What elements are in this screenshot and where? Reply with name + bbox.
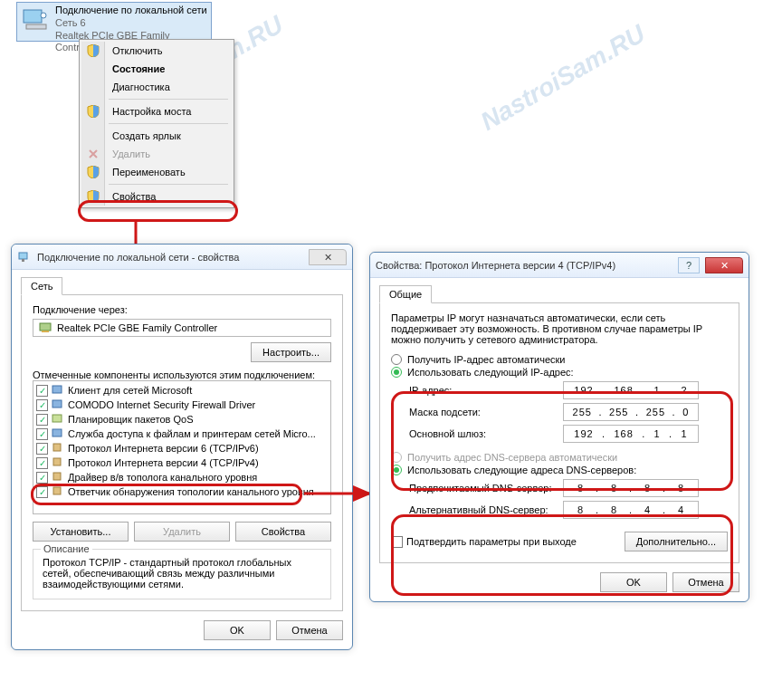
svg-rect-11 xyxy=(53,444,61,451)
components-label: Отмеченные компоненты используются этим … xyxy=(33,369,331,380)
svg-rect-1 xyxy=(26,24,46,29)
radio-dns-auto: Получить адрес DNS-сервера автоматически xyxy=(391,452,728,463)
svg-rect-10 xyxy=(52,429,62,436)
intro-text: Параметры IP могут назначаться автоматич… xyxy=(391,312,728,345)
list-item[interactable]: ✓Ответчик обнаружения топологии канально… xyxy=(34,484,329,499)
menu-disable[interactable]: Отключить xyxy=(81,42,232,60)
confirm-on-exit-checkbox[interactable]: Подтвердить параметры при выходе xyxy=(391,536,577,548)
radio-ip-manual[interactable]: Использовать следующий IP-адрес: xyxy=(391,367,728,378)
dns2-label: Альтернативный DNS-сервер: xyxy=(409,504,563,515)
menu-bridge[interactable]: Настройка моста xyxy=(81,102,232,120)
dns1-input[interactable]: 8.8.8.8 xyxy=(563,479,699,497)
shield-icon xyxy=(87,44,100,57)
connect-using-label: Подключение через: xyxy=(33,304,331,315)
gateway-input[interactable]: 192.168.1.1 xyxy=(563,425,699,443)
tab-network[interactable]: Сеть xyxy=(21,277,62,295)
help-button[interactable]: ? xyxy=(678,257,700,273)
close-button[interactable]: ✕ xyxy=(705,257,743,273)
network-icon xyxy=(17,250,32,264)
remove-button: Удалить xyxy=(134,522,230,542)
list-item[interactable]: ✓Служба доступа к файлам и принтерам сет… xyxy=(34,427,329,441)
shield-icon xyxy=(87,105,100,118)
nic-icon xyxy=(39,321,53,334)
shield-icon xyxy=(87,166,100,178)
list-item[interactable]: ✓COMODO Internet Security Firewall Drive… xyxy=(34,398,329,412)
svg-rect-5 xyxy=(40,323,51,331)
adapter-title: Подключение по локальной сети xyxy=(55,5,207,17)
ok-button[interactable]: OK xyxy=(204,620,271,640)
subnet-mask-input[interactable]: 255.255.255.0 xyxy=(563,403,699,421)
ok-button[interactable]: OK xyxy=(600,572,667,592)
ip-address-input[interactable]: 192.168.1.2 xyxy=(563,381,699,399)
svg-point-2 xyxy=(41,13,46,18)
dns2-input[interactable]: 8.8.4.4 xyxy=(563,501,699,519)
svg-rect-9 xyxy=(52,415,62,422)
gateway-label: Основной шлюз: xyxy=(409,428,563,439)
menu-status[interactable]: Состояние xyxy=(81,60,232,78)
cancel-button[interactable]: Отмена xyxy=(276,620,343,640)
list-item[interactable]: ✓Клиент для сетей Microsoft xyxy=(34,383,329,398)
svg-rect-0 xyxy=(24,10,42,23)
svg-rect-14 xyxy=(53,487,61,494)
adapter-name-field: Realtek PCIe GBE Family Controller xyxy=(33,319,331,337)
dns1-label: Предпочитаемый DNS-сервер: xyxy=(409,483,563,494)
list-item[interactable]: ✓Протокол Интернета версии 6 (TCP/IPv6) xyxy=(34,441,329,455)
description-title: Описание xyxy=(41,543,92,554)
network-adapter-icon xyxy=(21,5,50,34)
delete-icon xyxy=(89,149,98,158)
adapter-network: Сеть 6 xyxy=(55,17,207,30)
cancel-button[interactable]: Отмена xyxy=(672,572,739,592)
watermark: NastroiSam.RU xyxy=(476,19,651,137)
component-properties-button[interactable]: Свойства xyxy=(235,522,331,542)
svg-rect-3 xyxy=(19,253,27,259)
list-item-ipv4[interactable]: ✓Протокол Интернета версии 4 (TCP/IPv4) xyxy=(34,455,329,470)
svg-rect-4 xyxy=(22,259,24,262)
radio-dns-manual[interactable]: Использовать следующие адреса DNS-сервер… xyxy=(391,465,728,475)
install-button[interactable]: Установить... xyxy=(33,522,129,542)
tab-general[interactable]: Общие xyxy=(379,285,432,303)
svg-rect-8 xyxy=(52,400,62,408)
list-item[interactable]: ✓Драйвер в/в тополога канального уровня xyxy=(34,470,329,484)
components-list[interactable]: ✓Клиент для сетей Microsoft ✓COMODO Inte… xyxy=(33,380,331,514)
ipv4-properties-window: Свойства: Протокол Интернета версии 4 (T… xyxy=(369,252,749,602)
network-adapter-tile[interactable]: Подключение по локальной сети Сеть 6 Rea… xyxy=(16,2,212,42)
window-title: Подключение по локальной сети - свойства xyxy=(37,252,303,263)
svg-rect-12 xyxy=(53,458,61,465)
menu-delete: Удалить xyxy=(81,145,232,163)
radio-ip-auto[interactable]: Получить IP-адрес автоматически xyxy=(391,354,728,365)
list-item[interactable]: ✓Планировщик пакетов QoS xyxy=(34,412,329,427)
connection-properties-window: Подключение по локальной сети - свойства… xyxy=(11,244,353,650)
svg-rect-7 xyxy=(52,386,62,393)
adapter-context-menu: Отключить Состояние Диагностика Настройк… xyxy=(79,39,234,208)
subnet-mask-label: Маска подсети: xyxy=(409,407,563,417)
shield-icon xyxy=(87,190,100,203)
window-title: Свойства: Протокол Интернета версии 4 (T… xyxy=(376,260,672,271)
svg-rect-6 xyxy=(42,331,49,332)
ip-address-label: IP-адрес: xyxy=(409,385,563,396)
configure-button[interactable]: Настроить... xyxy=(251,342,331,362)
svg-rect-13 xyxy=(53,473,61,480)
close-button[interactable]: ✕ xyxy=(309,249,347,265)
menu-diagnostics[interactable]: Диагностика xyxy=(81,78,232,96)
description-text: Протокол TCP/IP - стандартный протокол г… xyxy=(43,557,321,590)
menu-shortcut[interactable]: Создать ярлык xyxy=(81,127,232,145)
menu-rename[interactable]: Переименовать xyxy=(81,163,232,181)
menu-properties[interactable]: Свойства xyxy=(81,187,232,206)
advanced-button[interactable]: Дополнительно... xyxy=(625,532,728,551)
